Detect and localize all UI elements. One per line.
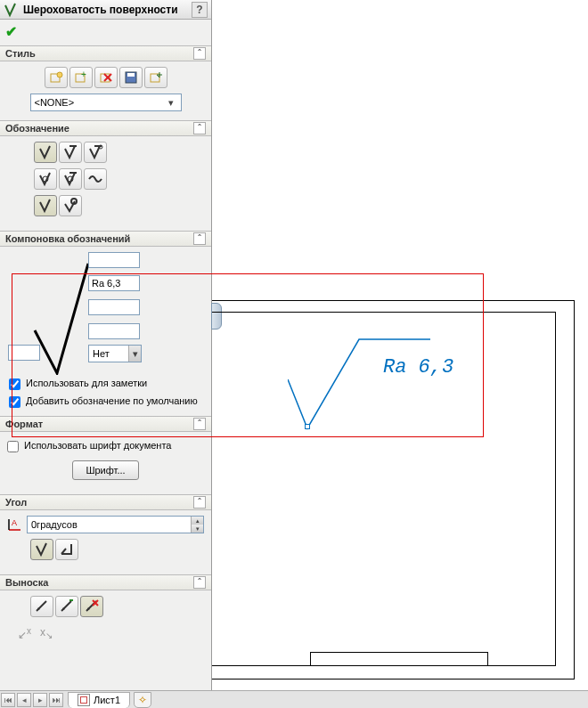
section-layout-head[interactable]: Компоновка обозначений ˆ [0, 231, 211, 247]
section-symbol-title: Обозначение [5, 123, 69, 134]
angle-input[interactable]: 0градусов ▴ ▾ [27, 516, 204, 533]
style-combo[interactable]: <NONE> ▾ [30, 94, 182, 111]
panel-title: Шероховатость поверхности [23, 4, 178, 16]
collapse-icon: ˆ [193, 232, 206, 245]
field-top4[interactable] [88, 323, 140, 339]
leader-auto-button[interactable] [30, 596, 53, 617]
drawing-canvas[interactable]: Ra 6,3 [212, 0, 588, 690]
tab-prev-button[interactable]: ◂ [17, 693, 31, 707]
sheet-tab-1[interactable]: Лист1 [68, 692, 130, 708]
section-format-body: Использовать шрифт документа Шрифт... [0, 432, 211, 491]
symbol-local-button[interactable] [34, 195, 57, 216]
symbol-none-button[interactable] [84, 168, 107, 190]
style-apply-button[interactable] [45, 67, 68, 88]
svg-rect-8 [127, 73, 135, 77]
add-default-row: Добавить обозначение по умолчанию [4, 393, 208, 411]
leader-no-button[interactable] [80, 596, 103, 617]
section-leader-head[interactable]: Выноска ˆ [0, 574, 211, 590]
style-add-button[interactable]: + [69, 67, 93, 88]
angle-input-row: A 0градусов ▴ ▾ [7, 516, 204, 533]
use-doc-font-label: Использовать шрифт документа [24, 440, 171, 451]
surface-finish-handle[interactable] [305, 424, 310, 429]
lay-combo-value: Нет [93, 348, 110, 359]
field-left[interactable] [8, 345, 40, 361]
section-style-head[interactable]: Стиль ˆ [0, 45, 211, 61]
style-load-button[interactable] [144, 67, 167, 88]
title-block [310, 652, 488, 666]
tab-last-button[interactable]: ⏭ [49, 693, 63, 707]
panel-header: Шероховатость поверхности ? [0, 0, 211, 20]
lay-combo[interactable]: Нет ▾ [88, 345, 142, 362]
section-symbol-head[interactable]: Обозначение ˆ [0, 120, 211, 136]
section-symbol-body [0, 136, 211, 227]
sheet-icon [78, 694, 90, 706]
leader-y-icon: x↘ [40, 626, 53, 641]
section-symbol: Обозначение ˆ [0, 120, 211, 227]
symbol-basic-button[interactable] [34, 142, 57, 163]
section-format-head[interactable]: Формат ˆ [0, 416, 211, 432]
use-for-notes-checkbox[interactable] [9, 378, 20, 390]
help-button[interactable]: ? [192, 2, 208, 18]
symbol-machined-button[interactable] [59, 142, 82, 163]
collapse-icon: ˆ [193, 47, 206, 60]
section-layout-title: Компоновка обозначений [5, 233, 130, 244]
section-angle-title: Угол [5, 497, 27, 508]
section-style-title: Стиль [5, 48, 36, 59]
spin-down-button[interactable]: ▾ [191, 525, 203, 533]
section-format: Формат ˆ Использовать шрифт документа Шр… [0, 416, 211, 491]
collapse-icon: ˆ [193, 496, 206, 509]
field-ra[interactable]: Ra 6,3 [88, 275, 140, 291]
chevron-down-icon: ▾ [165, 97, 177, 109]
angle-rotated-button[interactable] [55, 539, 78, 560]
sheet-tab-bar: ⏮ ◂ ▸ ⏭ Лист1 ✧ [0, 690, 588, 708]
collapse-icon: ˆ [193, 576, 206, 589]
section-leader-body: ↙x x↘ [0, 590, 211, 650]
add-default-label: Добавить обозначение по умолчанию [26, 395, 198, 406]
use-for-notes-label: Использовать для заметки [26, 378, 147, 388]
leader-x-icon: ↙x [18, 626, 31, 641]
svg-point-1 [57, 72, 62, 77]
section-style: Стиль ˆ + [0, 45, 211, 117]
section-format-title: Формат [5, 419, 43, 429]
section-layout-body: Ra 6,3 Нет ▾ Использовать для заметки До… [0, 247, 211, 412]
surface-finish-text: Ra 6,3 [383, 356, 453, 378]
section-angle-body: A 0градусов ▴ ▾ [0, 510, 211, 571]
surface-finish-icon [4, 2, 20, 18]
tab-next-button[interactable]: ▸ [33, 693, 47, 707]
section-layout: Компоновка обозначений ˆ Ra 6,3 Нет ▾ [0, 231, 211, 412]
add-sheet-button[interactable]: ✧ [134, 692, 151, 708]
confirm-row: ✔ [0, 20, 211, 44]
tab-first-button[interactable]: ⏮ [1, 693, 15, 707]
use-doc-font-checkbox[interactable] [7, 441, 19, 452]
style-save-button[interactable] [119, 67, 143, 88]
leader-yes-button[interactable] [55, 596, 78, 617]
spin-up-button[interactable]: ▴ [191, 517, 203, 525]
section-angle-head[interactable]: Угол ˆ [0, 494, 211, 510]
section-leader-title: Выноска [5, 577, 48, 588]
font-button[interactable]: Шрифт... [72, 460, 138, 480]
symbol-nomachine-allround-button[interactable] [59, 168, 82, 190]
style-buttons: + [7, 67, 204, 88]
symbol-allround-button[interactable] [59, 195, 82, 216]
svg-text:A: A [12, 518, 17, 527]
style-delete-button[interactable] [94, 67, 118, 88]
add-default-checkbox[interactable] [9, 396, 20, 408]
ok-button[interactable]: ✔ [5, 24, 17, 39]
angle-value: 0градусов [31, 519, 78, 530]
section-leader: Выноска ˆ ↙x x↘ [0, 574, 211, 650]
surface-finish-placed-icon[interactable] [288, 330, 439, 437]
angle-icon: A [7, 517, 23, 533]
sheet-tab-label: Лист1 [94, 695, 120, 705]
section-angle: Угол ˆ A 0градусов ▴ ▾ [0, 494, 211, 571]
use-for-notes-row: Использовать для заметки [4, 375, 208, 393]
field-top1[interactable] [88, 252, 140, 268]
symbol-machined-allround-button[interactable] [84, 142, 107, 163]
angle-normal-button[interactable] [30, 539, 53, 560]
field-top3[interactable] [88, 299, 140, 315]
style-combo-value: <NONE> [35, 97, 75, 108]
symbol-nomachine-button[interactable] [34, 168, 57, 190]
section-style-body: + <NONE> ▾ [0, 61, 211, 117]
chevron-down-icon: ▾ [128, 346, 141, 362]
svg-text:+: + [81, 70, 86, 79]
app-frame: Шероховатость поверхности ? ✔ Стиль ˆ + [0, 0, 588, 690]
